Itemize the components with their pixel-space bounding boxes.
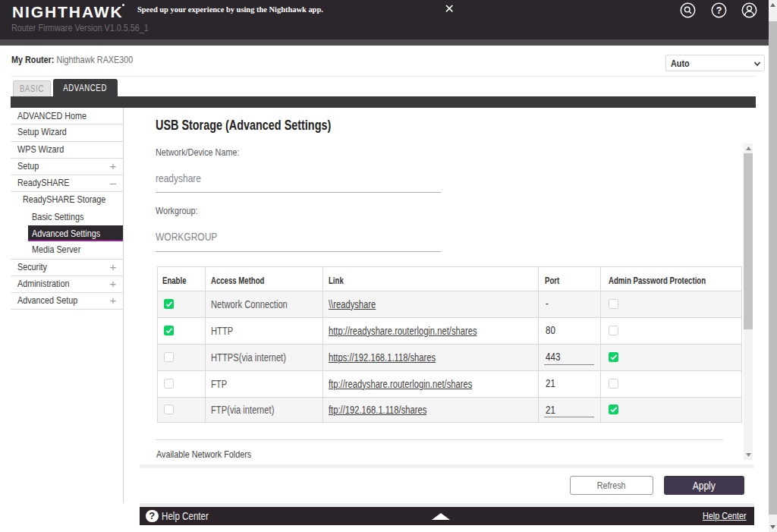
svg-text:?: ?: [716, 5, 722, 16]
